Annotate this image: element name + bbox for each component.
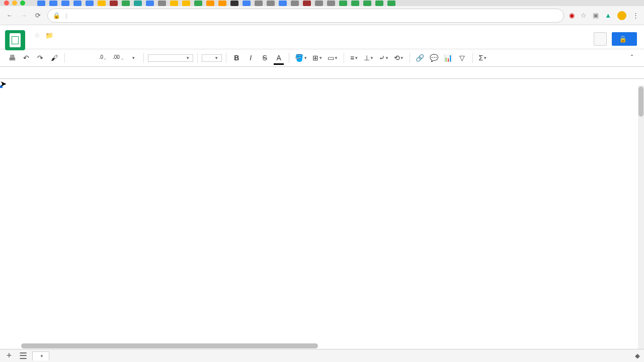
fill-color-icon[interactable]: 🪣▼ (293, 52, 309, 64)
menu-edit[interactable] (38, 47, 46, 50)
profile-icon[interactable] (617, 11, 626, 20)
collapse-toolbar-icon[interactable]: ˆ (626, 52, 638, 64)
tab-favicon[interactable] (291, 1, 299, 6)
tab-favicon[interactable] (73, 1, 82, 6)
tab-favicon[interactable] (134, 1, 142, 6)
chevron-down-icon: ▼ (40, 354, 44, 358)
tab-favicon[interactable] (387, 1, 395, 6)
comment-icon[interactable]: 💬 (428, 52, 440, 64)
decrease-decimal[interactable]: .0← (97, 52, 109, 64)
window-controls[interactable] (4, 1, 25, 6)
tab-favicon[interactable] (61, 1, 69, 6)
tab-favicon[interactable] (206, 1, 214, 6)
italic-icon[interactable]: I (245, 52, 257, 64)
functions-icon[interactable]: Σ▼ (477, 52, 489, 64)
tab-favicon[interactable] (279, 1, 287, 6)
format-currency[interactable] (69, 52, 81, 64)
tab-favicon[interactable] (363, 1, 371, 6)
forward-button[interactable]: → (19, 11, 28, 20)
menu-insert[interactable] (56, 47, 64, 50)
font-family-select[interactable]: ▼ (148, 54, 193, 62)
borders-icon[interactable]: ⊞▼ (311, 52, 324, 64)
strikethrough-icon[interactable]: S (259, 52, 271, 64)
menu-icon[interactable]: ⋮ (632, 12, 639, 19)
menu-data[interactable] (74, 47, 83, 50)
text-color-icon[interactable]: A (273, 52, 285, 64)
print-icon[interactable]: 🖶 (6, 52, 18, 64)
tab-favicon[interactable] (49, 1, 57, 6)
maximize-window-icon[interactable] (20, 1, 25, 6)
more-formats[interactable]: ▼ (127, 52, 139, 64)
filter-icon[interactable]: ▽ (456, 52, 468, 64)
text-rotate-icon[interactable]: ⟲▼ (392, 52, 406, 64)
star-document-icon[interactable]: ☆ (34, 32, 40, 39)
comments-button[interactable] (594, 32, 607, 46)
text-wrap-icon[interactable]: ⤶▼ (377, 52, 390, 64)
tab-favicon[interactable] (243, 1, 251, 6)
tab-favicon[interactable] (351, 1, 359, 6)
tab-favicon[interactable] (182, 1, 190, 6)
formula-input[interactable] (18, 69, 640, 76)
tab-favicon[interactable] (158, 1, 166, 6)
docs-header: ☆ 📁 ▼ (0, 25, 644, 55)
link-icon[interactable]: 🔗 (414, 52, 426, 64)
add-sheet-button[interactable]: + (4, 350, 14, 361)
paint-format-icon[interactable]: 🖌 (48, 52, 60, 64)
back-button[interactable]: ← (5, 11, 14, 20)
v-align-icon[interactable]: ⊥▼ (362, 52, 375, 64)
increase-decimal[interactable]: .00→ (111, 52, 125, 64)
vertical-scrollbar[interactable] (638, 85, 644, 349)
tab-favicon[interactable] (86, 1, 94, 6)
menu-addons[interactable] (93, 47, 101, 50)
horizontal-scrollbar[interactable] (20, 343, 626, 349)
tab-favicon[interactable] (375, 1, 383, 6)
lock-icon: 🔒 (53, 12, 60, 19)
menu-file[interactable] (29, 47, 37, 50)
tab-favicon[interactable] (194, 1, 202, 6)
share-button[interactable]: 🔒 (612, 32, 637, 46)
tab-favicon[interactable] (230, 1, 238, 6)
drive-icon[interactable]: ▲ (605, 12, 611, 19)
address-bar: ← → ⟳ 🔒 | ◉ ☆ ▣ ▲ ⋮ (0, 6, 644, 25)
explore-icon[interactable]: ◆ (635, 352, 640, 359)
star-icon[interactable]: ☆ (581, 12, 587, 19)
tab-favicon[interactable] (110, 1, 118, 6)
tab-favicon[interactable] (303, 1, 311, 6)
tab-favicon[interactable] (170, 1, 178, 6)
redo-icon[interactable]: ↷ (34, 52, 46, 64)
sheet-tab[interactable]: ▼ (32, 351, 49, 360)
minimize-window-icon[interactable] (12, 1, 17, 6)
tab-favicon[interactable] (255, 1, 263, 6)
tab-favicon[interactable] (218, 1, 226, 6)
merge-cells-icon[interactable]: ▭▼ (326, 52, 340, 64)
tab-favicon[interactable] (146, 1, 154, 6)
abp-icon[interactable]: ◉ (569, 12, 575, 19)
font-size-select[interactable]: ▼ (202, 54, 222, 62)
tab-favicon[interactable] (315, 1, 323, 6)
tab-favicon[interactable] (339, 1, 347, 6)
cast-icon[interactable]: ▣ (593, 12, 599, 19)
format-percent[interactable] (83, 52, 95, 64)
tab-favicon[interactable] (122, 1, 130, 6)
chart-icon[interactable]: 📊 (442, 52, 454, 64)
tab-favicon[interactable] (98, 1, 106, 6)
close-window-icon[interactable] (4, 1, 9, 6)
tab-favicon[interactable] (327, 1, 335, 6)
tab-favicon[interactable] (267, 1, 275, 6)
sheets-logo-icon[interactable] (5, 30, 25, 50)
h-align-icon[interactable]: ≡▼ (348, 52, 360, 64)
tab-favicon[interactable] (37, 1, 45, 6)
menu-tools[interactable] (84, 47, 92, 50)
menu-format[interactable] (65, 47, 73, 50)
tab-favicons (37, 1, 395, 6)
menu-view[interactable] (47, 47, 55, 50)
bold-icon[interactable]: B (230, 52, 243, 64)
spreadsheet-grid[interactable] (0, 85, 644, 349)
move-folder-icon[interactable]: 📁 (45, 32, 53, 39)
url-input[interactable]: 🔒 | (47, 9, 564, 23)
address-bar-actions: ◉ ☆ ▣ ▲ ⋮ (569, 11, 639, 20)
menu-help[interactable] (102, 47, 110, 50)
reload-button[interactable]: ⟳ (33, 11, 42, 20)
all-sheets-button[interactable]: ☰ (18, 350, 28, 361)
undo-icon[interactable]: ↶ (20, 52, 32, 64)
